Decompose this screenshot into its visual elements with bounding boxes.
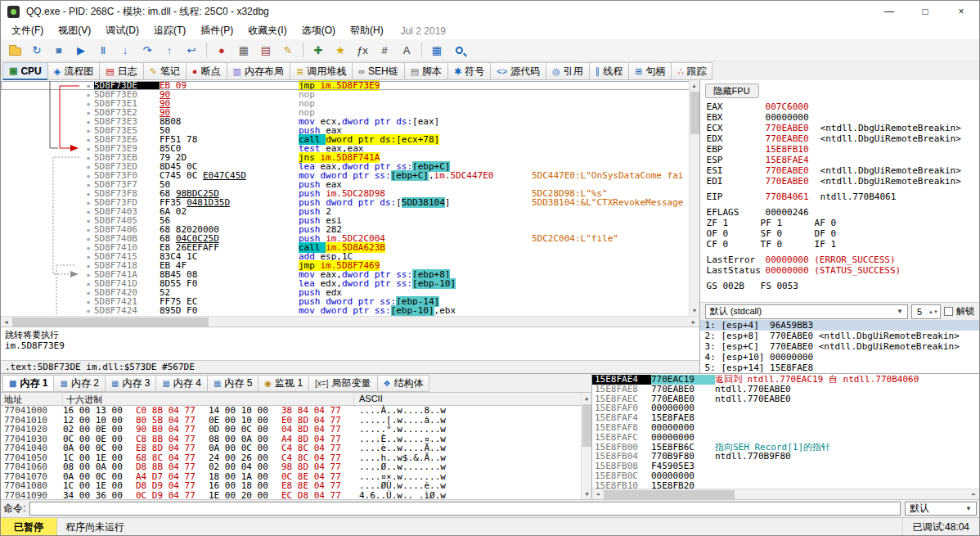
breakpoint-dot-icon[interactable]: ● <box>83 108 94 117</box>
close-button[interactable]: × <box>943 1 979 22</box>
pause-icon[interactable]: Ⅱ <box>92 41 114 60</box>
scroll-right-icon[interactable]: ► <box>969 489 979 499</box>
breakpoint-dot-icon[interactable]: ● <box>83 126 94 135</box>
register-row[interactable]: EBP15E8FB10 <box>700 144 979 155</box>
breakpoint-dot-icon[interactable]: ● <box>83 171 94 180</box>
stack-row[interactable]: 15E8FAF415E8FAE8 <box>592 413 979 423</box>
stack-row[interactable]: 15E8FAFC00000000 <box>592 433 979 443</box>
step-over-icon[interactable]: ↷ <box>137 41 158 60</box>
tab-struct[interactable]: ❖结构体 <box>377 375 430 392</box>
menu-item-view[interactable]: 视图(V) <box>51 22 98 39</box>
stepper-arrows-icon[interactable]: ▲▼ <box>928 309 938 314</box>
tab-handles[interactable]: ⊞句柄 <box>628 62 671 80</box>
menu-item-help[interactable]: 帮助(H) <box>343 22 391 39</box>
scroll-up-icon[interactable]: ▲ <box>690 80 699 91</box>
memory-dump-view[interactable]: 地址 十六进制 ASCII 7704100016 00 13 00C0 8B 0… <box>1 392 591 499</box>
register-row[interactable]: CF 0TF 0IF 1 <box>700 239 979 250</box>
register-row[interactable]: EIP770B4061ntdll.770B4061 <box>700 191 979 202</box>
functions-icon[interactable]: ƒx <box>352 41 373 60</box>
tab-locals[interactable]: [x=]局部变量 <box>308 375 376 392</box>
command-input[interactable] <box>29 502 901 516</box>
tab-source[interactable]: <>源代码 <box>490 62 546 80</box>
breakpoint-dot-icon[interactable]: ● <box>83 279 94 288</box>
breakpoint-dot-icon[interactable]: ● <box>83 99 94 108</box>
favourites-icon[interactable]: ★ <box>330 41 351 60</box>
breakpoint-dot-icon[interactable]: ● <box>83 180 94 189</box>
stack-row[interactable]: 15E8FB0015E8FB6C指向SEH_Record[1]的指针 <box>592 443 979 453</box>
stack-row[interactable]: 15E8FAE8770EABE0ntdll.770EABE0 <box>592 385 979 394</box>
hide-fpu-button[interactable]: 隐藏FPU <box>705 83 759 98</box>
tab-trace[interactable]: ∴跟踪 <box>671 62 713 80</box>
register-row[interactable]: EDX770EABE0<ntdll.DbgUiRemoteBreakin> <box>700 133 979 144</box>
register-row[interactable]: EBX00000000 <box>700 112 979 123</box>
breakpoint-dot-icon[interactable]: ● <box>83 90 94 99</box>
checkbox-icon[interactable] <box>944 307 953 316</box>
menu-item-trace[interactable]: 追踪(T) <box>146 22 193 39</box>
breakpoint-dot-icon[interactable]: ● <box>83 207 94 216</box>
stack-row[interactable]: 15E8FAF800000000 <box>592 423 979 433</box>
register-row[interactable]: ZF 1PF 1AF 0 <box>700 218 979 228</box>
dump-row[interactable]: 7704106008 00 0A 00D8 8B 04 7702 00 04 0… <box>1 462 591 472</box>
hash-icon[interactable]: # <box>374 41 395 60</box>
disasm-vscrollbar[interactable]: ▲ ▼ <box>689 80 699 316</box>
stack-panel[interactable]: 15E8FAE4770EAC19返回到 ntdll.770EAC19 自 ntd… <box>591 374 979 499</box>
tab-dump1[interactable]: ▦内存 1 <box>2 375 53 392</box>
breakpoint-dot-icon[interactable]: ● <box>83 117 94 126</box>
calling-convention-select[interactable]: 默认 (stdcall) ▼ <box>705 304 908 319</box>
scroll-right-icon[interactable]: ► <box>689 317 699 327</box>
tab-graph[interactable]: ◈流程图 <box>47 62 99 80</box>
tab-script[interactable]: ▤脚本 <box>404 62 447 80</box>
run-to-return-icon[interactable]: ↩ <box>181 41 202 60</box>
font-icon[interactable]: A <box>396 41 417 60</box>
unlock-checkbox[interactable]: 解锁 <box>944 305 974 318</box>
menu-item-options[interactable]: 选项(O) <box>294 22 343 39</box>
step-into-icon[interactable]: ↓ <box>115 41 136 60</box>
tab-log[interactable]: ▤日志 <box>99 62 142 80</box>
breakpoints-icon[interactable]: ● <box>211 41 232 60</box>
scroll-left-icon[interactable]: ◄ <box>592 489 603 499</box>
stack-row[interactable]: 15E8FB0C00000000 <box>592 471 979 481</box>
breakpoint-dot-icon[interactable]: ● <box>83 261 94 270</box>
dump-vscroll-thumb[interactable] <box>582 404 591 447</box>
breakpoint-dot-icon[interactable]: ● <box>83 144 94 153</box>
breakpoint-dot-icon[interactable]: ● <box>83 252 94 261</box>
command-profile-select[interactable]: 默认 ▼ <box>905 502 977 516</box>
tab-memory-map[interactable]: ▥内存布局 <box>227 62 290 80</box>
stop-icon[interactable]: ■ <box>48 41 70 60</box>
breakpoint-dot-icon[interactable]: ● <box>83 198 94 207</box>
tab-dump3[interactable]: ▦内存 3 <box>105 375 155 392</box>
breakpoint-dot-icon[interactable]: ● <box>83 234 94 243</box>
tab-symbols[interactable]: ✱符号 <box>447 62 490 80</box>
menu-item-debug[interactable]: 调试(D) <box>98 22 146 39</box>
memory-map-icon[interactable]: ▦ <box>233 41 254 60</box>
tab-dump2[interactable]: ▦内存 2 <box>53 375 104 392</box>
dump-row[interactable]: 770410400A 00 0C 00E8 8D 04 770A 00 0C 0… <box>1 444 591 453</box>
tab-breakpoints[interactable]: ●断点 <box>186 62 227 80</box>
breakpoint-dot-icon[interactable]: ● <box>83 225 94 234</box>
tab-notes[interactable]: ✎笔记 <box>143 62 186 80</box>
menu-item-plugins[interactable]: 插件(P) <box>193 22 241 39</box>
register-row[interactable]: LastError00000000 (ERROR_SUCCESS) <box>700 254 979 265</box>
breakpoint-dot-icon[interactable]: ● <box>83 81 94 90</box>
argument-row[interactable]: 2: [esp+8] 770EABE0 <ntdll.DbgUiRemoteBr… <box>700 331 979 341</box>
maximize-button[interactable]: □ <box>907 1 943 22</box>
register-row[interactable]: OF 0SF 0DF 0 <box>700 228 979 239</box>
tab-threads[interactable]: ∥线程 <box>589 62 629 80</box>
restart-icon[interactable]: ↻ <box>26 41 47 60</box>
menu-item-favourites[interactable]: 收藏夹(I) <box>241 22 294 39</box>
dump-row[interactable]: 7704109034 00 36 000C D9 04 771E 00 20 0… <box>1 491 591 500</box>
patches-icon[interactable]: ✚ <box>308 41 329 60</box>
stack-row[interactable]: 15E8FAEC770EABE0ntdll.770EABE0 <box>592 394 979 404</box>
stack-row[interactable]: 15E8FAF000000000 <box>592 403 979 413</box>
notes-icon[interactable]: ✎ <box>277 41 299 60</box>
argument-row[interactable]: 5: [esp+14] 15E8FAE8 <box>700 363 979 373</box>
stack-hscroll-thumb[interactable] <box>604 490 735 499</box>
tab-cpu[interactable]: ▣CPU <box>2 62 47 80</box>
breakpoint-dot-icon[interactable]: ● <box>83 162 94 171</box>
tab-watch1[interactable]: ◉监视 1 <box>258 375 308 392</box>
tab-dump5[interactable]: ▦内存 5 <box>207 375 258 392</box>
tab-dump4[interactable]: ▦内存 4 <box>155 375 206 392</box>
dump-vscrollbar[interactable]: ▲ ▼ <box>581 393 591 499</box>
scroll-down-icon[interactable]: ▼ <box>690 305 700 316</box>
scroll-up-icon[interactable]: ▲ <box>582 393 591 403</box>
